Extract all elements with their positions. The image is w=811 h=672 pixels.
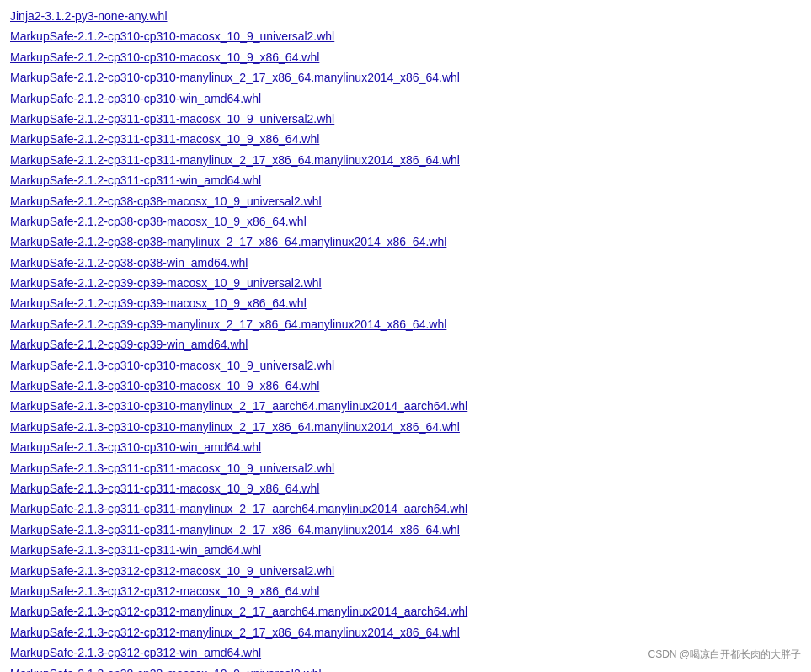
file-link[interactable]: MarkupSafe-2.1.2-cp310-cp310-macosx_10_9…: [10, 48, 801, 67]
file-link[interactable]: MarkupSafe-2.1.2-cp39-cp39-macosx_10_9_u…: [10, 274, 801, 292]
file-link[interactable]: MarkupSafe-2.1.3-cp310-cp310-win_amd64.w…: [10, 438, 801, 456]
file-link[interactable]: MarkupSafe-2.1.3-cp312-cp312-macosx_10_9…: [10, 582, 801, 600]
file-link[interactable]: MarkupSafe-2.1.2-cp310-cp310-win_amd64.w…: [10, 89, 801, 108]
file-link[interactable]: MarkupSafe-2.1.2-cp310-cp310-macosx_10_9…: [10, 27, 801, 45]
file-link[interactable]: MarkupSafe-2.1.2-cp311-cp311-macosx_10_9…: [10, 130, 801, 148]
file-link[interactable]: MarkupSafe-2.1.3-cp312-cp312-macosx_10_9…: [10, 562, 801, 580]
file-link[interactable]: MarkupSafe-2.1.3-cp312-cp312-manylinux_2…: [10, 623, 801, 642]
watermark: CSDN @喝凉白开都长肉的大胖子: [648, 648, 801, 662]
file-link[interactable]: MarkupSafe-2.1.3-cp310-cp310-manylinux_2…: [10, 418, 801, 436]
file-link[interactable]: MarkupSafe-2.1.2-cp38-cp38-macosx_10_9_x…: [10, 212, 801, 231]
file-link[interactable]: MarkupSafe-2.1.2-cp311-cp311-manylinux_2…: [10, 151, 801, 169]
file-link[interactable]: MarkupSafe-2.1.3-cp310-cp310-manylinux_2…: [10, 397, 801, 415]
file-link[interactable]: MarkupSafe-2.1.3-cp312-cp312-manylinux_2…: [10, 602, 801, 621]
file-link[interactable]: MarkupSafe-2.1.2-cp310-cp310-manylinux_2…: [10, 68, 801, 87]
file-link[interactable]: MarkupSafe-2.1.3-cp311-cp311-macosx_10_9…: [10, 459, 801, 477]
file-link[interactable]: MarkupSafe-2.1.3-cp311-cp311-win_amd64.w…: [10, 541, 801, 559]
file-link[interactable]: Jinja2-3.1.2-py3-none-any.whl: [10, 7, 801, 25]
file-link[interactable]: MarkupSafe-2.1.3-cp311-cp311-manylinux_2…: [10, 499, 801, 518]
file-link[interactable]: MarkupSafe-2.1.2-cp311-cp311-win_amd64.w…: [10, 171, 801, 189]
file-link[interactable]: MarkupSafe-2.1.2-cp38-cp38-manylinux_2_1…: [10, 232, 801, 251]
file-link[interactable]: MarkupSafe-2.1.3-cp310-cp310-macosx_10_9…: [10, 356, 801, 375]
file-link[interactable]: MarkupSafe-2.1.2-cp39-cp39-win_amd64.whl: [10, 335, 801, 354]
file-link[interactable]: MarkupSafe-2.1.3-cp311-cp311-manylinux_2…: [10, 520, 801, 539]
file-link[interactable]: MarkupSafe-2.1.2-cp38-cp38-macosx_10_9_u…: [10, 192, 801, 211]
file-link-list: Jinja2-3.1.2-py3-none-any.whlMarkupSafe-…: [10, 7, 801, 672]
file-link[interactable]: MarkupSafe-2.1.2-cp39-cp39-macosx_10_9_x…: [10, 294, 801, 312]
file-link[interactable]: MarkupSafe-2.1.3-cp311-cp311-macosx_10_9…: [10, 479, 801, 498]
file-link[interactable]: MarkupSafe-2.1.2-cp311-cp311-macosx_10_9…: [10, 109, 801, 128]
file-link[interactable]: MarkupSafe-2.1.2-cp38-cp38-win_amd64.whl: [10, 253, 801, 272]
file-link[interactable]: MarkupSafe-2.1.3-cp310-cp310-macosx_10_9…: [10, 376, 801, 395]
file-link[interactable]: MarkupSafe-2.1.3-cp38-cp38-macosx_10_9_u…: [10, 664, 801, 673]
file-link[interactable]: MarkupSafe-2.1.2-cp39-cp39-manylinux_2_1…: [10, 315, 801, 333]
